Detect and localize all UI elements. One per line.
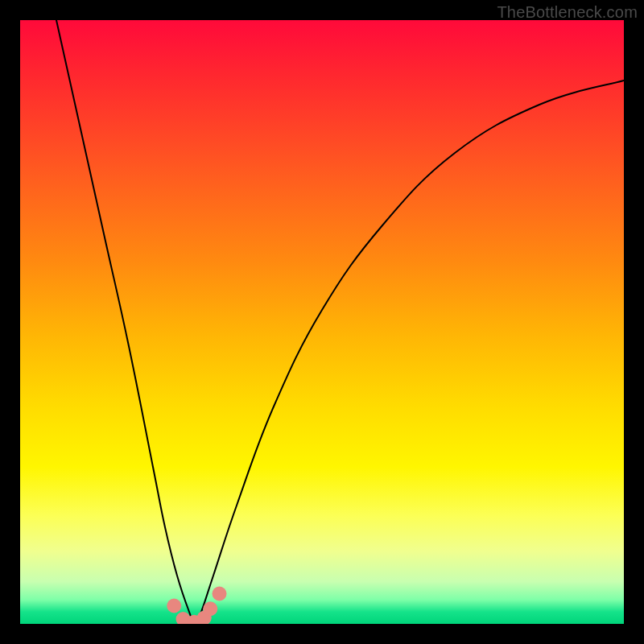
watermark-label: TheBottleneck.com bbox=[497, 3, 638, 22]
chart-svg bbox=[20, 20, 624, 624]
dip-marker bbox=[187, 615, 201, 624]
dip-marker bbox=[167, 599, 181, 613]
dip-marker bbox=[213, 587, 227, 601]
chart-plot-area bbox=[20, 20, 624, 624]
dip-marker bbox=[176, 612, 191, 624]
bottleneck-curve-path bbox=[56, 20, 624, 624]
marker-layer bbox=[167, 587, 226, 625]
chart-frame: TheBottleneck.com bbox=[0, 0, 644, 644]
dip-marker bbox=[203, 601, 217, 616]
dip-marker bbox=[197, 611, 212, 625]
curve-layer bbox=[56, 20, 624, 624]
